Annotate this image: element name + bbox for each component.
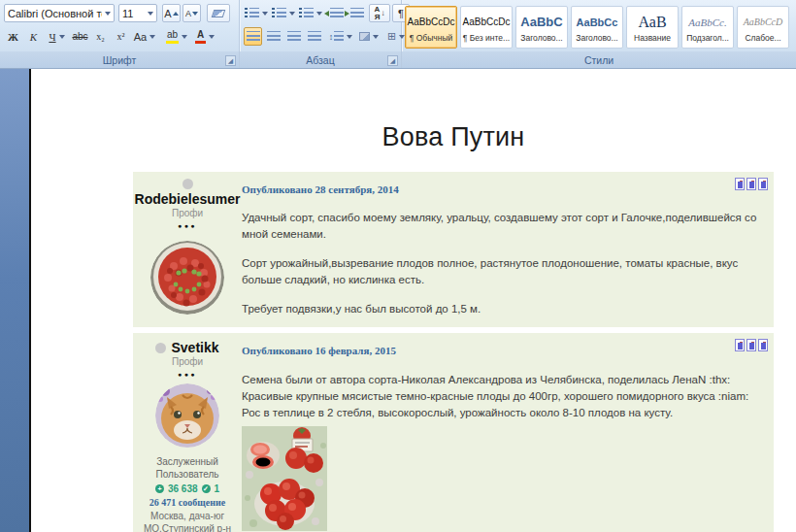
italic-button[interactable]: К xyxy=(24,27,43,46)
reputation-icon: + xyxy=(155,484,164,493)
align-right-icon xyxy=(287,31,301,42)
ribbon-group-paragraph: АЯ↓ ¶ ↕ ⊞ Абзац ◢ xyxy=(240,0,402,68)
cat-avatar-image xyxy=(155,383,219,448)
post-photo[interactable] xyxy=(242,426,766,532)
author-role-label: Профи xyxy=(172,356,203,367)
post-paragraph: Рос в теплице в 2 стебля, высокорослый, … xyxy=(242,405,766,421)
reputation-count: 36 638 xyxy=(168,483,198,494)
align-left-icon xyxy=(247,31,260,42)
decrease-indent-button[interactable] xyxy=(327,4,346,22)
broken-image-icon[interactable] xyxy=(746,178,756,190)
ribbon-group-styles: AaBbCcDc ¶ Обычный AaBbCcDc ¶ Без инте..… xyxy=(402,0,796,68)
align-center-icon xyxy=(267,31,281,42)
awards-count: 1 xyxy=(215,483,220,494)
award-check-icon: ✓ xyxy=(202,484,211,493)
chevron-down-icon xyxy=(59,35,65,39)
font-color-bar xyxy=(195,41,206,44)
chevron-down-icon xyxy=(316,12,322,16)
text-highlight-button[interactable]: ab xyxy=(163,27,190,46)
ribbon-group-font: Calibri (Основной те 11 А А Ж К Ч abc x₂… xyxy=(0,0,240,68)
strikethrough-button[interactable]: abc xyxy=(71,27,89,46)
style-subtle-emphasis[interactable]: AaBbCcD Слабое... xyxy=(737,6,789,49)
author-column: Rodebielesumer Профи ●●● xyxy=(133,172,242,327)
broken-image-icon[interactable] xyxy=(758,339,768,351)
numbered-list-button[interactable] xyxy=(271,4,296,22)
justify-icon xyxy=(308,31,321,42)
chevron-down-icon xyxy=(373,35,379,39)
document-page: Вова Путин Rodebielesumer Профи ●●● xyxy=(29,69,796,532)
post-paragraph: Требует подвязки,у нас был высотой до 1,… xyxy=(242,301,766,317)
chevron-down-icon xyxy=(347,35,352,39)
style-heading2[interactable]: AaBbCc Заголово... xyxy=(571,6,623,49)
subscript-button[interactable]: x₂ xyxy=(91,27,110,46)
author-column: Svetikk Профи ●●● xyxy=(133,333,242,532)
post-body: Опубликовано 16 февраля, 2015 Семена был… xyxy=(242,333,766,532)
author-rank-dots: ●●● xyxy=(178,222,197,229)
style-no-spacing[interactable]: AaBbCcDc ¶ Без инте... xyxy=(460,6,513,49)
post-paragraph: Удачный сорт, спасибо моему земляку, ура… xyxy=(242,210,766,243)
avatar[interactable] xyxy=(155,383,219,448)
broken-image-icon[interactable] xyxy=(735,339,745,351)
messages-link[interactable]: 26 471 сообщение xyxy=(149,497,225,508)
grow-font-icon: А xyxy=(164,8,171,19)
post-date-link[interactable]: Опубликовано 16 февраля, 2015 xyxy=(242,345,396,356)
dialog-launcher-icon[interactable]: ◢ xyxy=(387,55,398,66)
broken-image-icon[interactable] xyxy=(746,339,756,351)
bold-button[interactable]: Ж xyxy=(4,27,22,46)
post-paragraph: Сорт урожайный,вызревание плодов полное,… xyxy=(242,255,766,288)
dialog-launcher-icon[interactable]: ◢ xyxy=(225,55,236,66)
superscript-button[interactable]: x² xyxy=(112,27,130,46)
justify-button[interactable] xyxy=(305,27,323,46)
font-size-select[interactable]: 11 xyxy=(118,4,157,22)
shading-button[interactable] xyxy=(356,27,381,46)
forum-post: Svetikk Профи ●●● xyxy=(133,333,774,532)
chevron-down-icon xyxy=(149,35,155,39)
author-role-label: Профи xyxy=(172,208,203,218)
broken-image-icon[interactable] xyxy=(735,178,745,190)
broken-image-icon[interactable] xyxy=(758,178,768,190)
styles-group-band: Стили xyxy=(402,51,796,68)
increase-indent-button[interactable] xyxy=(348,4,366,22)
sort-button[interactable]: АЯ↓ xyxy=(369,4,390,22)
align-right-button[interactable] xyxy=(284,27,303,46)
style-subtitle[interactable]: AaBbCc. Подзагол... xyxy=(681,6,734,49)
author-name[interactable]: Rodebielesumer xyxy=(135,191,241,207)
bullet-list-button[interactable] xyxy=(244,4,269,22)
avatar[interactable] xyxy=(150,241,224,315)
post-paragraph: Красивые крупные мясистые темно-красные … xyxy=(242,388,766,405)
multilevel-list-icon xyxy=(304,8,314,18)
style-heading1[interactable]: AaBbC Заголово... xyxy=(515,6,568,49)
user-rank-line: Пользователь xyxy=(156,468,219,481)
decrease-indent-icon xyxy=(330,8,344,18)
line-spacing-button[interactable]: ↕ xyxy=(327,27,354,46)
shrink-font-button[interactable]: А xyxy=(182,4,201,22)
style-title[interactable]: АаВ Название xyxy=(626,6,679,49)
align-center-button[interactable] xyxy=(264,27,282,46)
down-arrow-icon xyxy=(192,12,198,16)
highlight-color-bar xyxy=(166,41,179,44)
author-name[interactable]: Svetikk xyxy=(171,340,218,355)
underline-button[interactable]: Ч xyxy=(45,27,69,46)
word-ribbon: Calibri (Основной те 11 А А Ж К Ч abc x₂… xyxy=(0,0,796,69)
grow-font-button[interactable]: А xyxy=(162,4,181,22)
user-stats: + 36 638 ✓ 1 xyxy=(155,483,219,494)
styles-group-label: Стили xyxy=(584,54,614,66)
font-name-select[interactable]: Calibri (Основной те xyxy=(4,4,115,22)
font-group-label: Шрифт xyxy=(103,54,137,66)
bullet-list-icon xyxy=(249,8,259,18)
align-left-button[interactable] xyxy=(244,27,262,46)
chevron-down-icon xyxy=(209,35,215,39)
sort-icon: АЯ↓ xyxy=(375,6,385,21)
style-normal[interactable]: AaBbCcDc ¶ Обычный xyxy=(405,6,457,49)
post-date-link[interactable]: Опубликовано 28 сентября, 2014 xyxy=(242,183,399,195)
page-title: Вова Путин xyxy=(133,122,774,152)
chevron-down-icon xyxy=(182,35,187,39)
location-text: Москва, дача-юг xyxy=(150,510,224,522)
tomatoes-photo-image xyxy=(242,426,327,531)
multilevel-list-button[interactable] xyxy=(298,4,323,22)
clear-formatting-button[interactable] xyxy=(207,4,230,22)
chevron-down-icon xyxy=(105,12,111,16)
change-case-button[interactable]: Aa xyxy=(132,27,157,46)
chevron-down-icon xyxy=(262,12,268,16)
font-color-button[interactable]: А xyxy=(192,27,217,46)
